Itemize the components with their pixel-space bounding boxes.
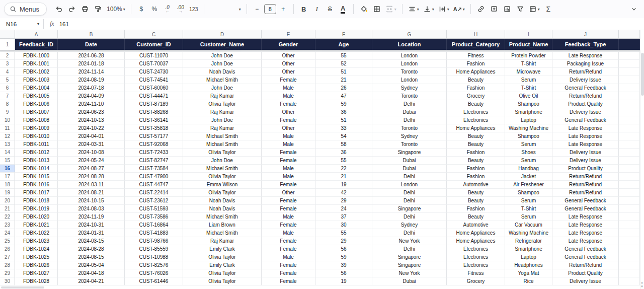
cell-F10[interactable]: 51 bbox=[315, 116, 372, 124]
cell-F6[interactable]: 26 bbox=[315, 84, 372, 92]
cell-H8[interactable]: Beauty bbox=[447, 100, 505, 108]
cell-A28[interactable]: FDBK-1026 bbox=[15, 261, 58, 269]
cell-A25[interactable]: FDBK-1023 bbox=[15, 237, 58, 245]
cell-F13[interactable]: 58 bbox=[315, 140, 372, 149]
cell-partial-6[interactable] bbox=[619, 84, 640, 92]
cell-D15[interactable]: John Doe bbox=[183, 157, 262, 165]
cell-A23[interactable]: FDBK-1021 bbox=[15, 221, 58, 229]
cell-H28[interactable]: Electronics bbox=[447, 261, 505, 269]
header-cell[interactable]: Customer_ID bbox=[125, 39, 183, 50]
cell-B8[interactable]: 2024-11-10 bbox=[58, 100, 125, 108]
cell-D27[interactable]: Olivia Taylor bbox=[183, 253, 262, 261]
cell-I13[interactable]: Serum bbox=[505, 140, 552, 149]
cell-J15[interactable]: Delivery Issue bbox=[552, 157, 619, 165]
print-button[interactable] bbox=[79, 3, 91, 15]
cell-I20[interactable]: Serum bbox=[505, 197, 552, 205]
insert-comment-button[interactable] bbox=[488, 3, 500, 15]
cell-G8[interactable]: Delhi bbox=[372, 100, 447, 108]
cell-partial-7[interactable] bbox=[619, 92, 640, 100]
scroll-down-icon[interactable]: ▼ bbox=[640, 285, 643, 288]
cell-I3[interactable]: T-Shirt bbox=[505, 60, 552, 68]
cell-J7[interactable]: Return/Refund bbox=[552, 92, 619, 100]
cell-A8[interactable]: FDBK-1006 bbox=[15, 100, 58, 108]
cell-partial-15[interactable] bbox=[619, 157, 640, 165]
cell-partial-9[interactable] bbox=[619, 108, 640, 116]
cell-G15[interactable]: Dubai bbox=[372, 157, 447, 165]
cell-C14[interactable]: CUST-72433 bbox=[125, 149, 183, 157]
cell-C26[interactable]: CUST-85559 bbox=[125, 245, 183, 253]
cell-J11[interactable]: Late Response bbox=[552, 124, 619, 132]
fill-color-button[interactable] bbox=[358, 3, 370, 15]
cell-A6[interactable]: FDBK-1004 bbox=[15, 84, 58, 92]
cell-partial-21[interactable] bbox=[619, 205, 640, 213]
cell-G28[interactable]: Singapore bbox=[372, 261, 447, 269]
cell-D26[interactable]: Emily Clark bbox=[183, 245, 262, 253]
column-header-c[interactable]: C bbox=[125, 30, 183, 38]
cell-E13[interactable]: Male bbox=[262, 140, 315, 149]
cell-G12[interactable]: Sydney bbox=[372, 132, 447, 140]
header-cell[interactable]: Feedback_ID bbox=[15, 39, 58, 50]
header-cell[interactable]: Product_Name bbox=[505, 39, 552, 50]
cell-F20[interactable]: 29 bbox=[315, 197, 372, 205]
cell-G4[interactable]: Toronto bbox=[372, 68, 447, 76]
cell-B19[interactable]: 2024-08-21 bbox=[58, 189, 125, 197]
cell-B10[interactable]: 2024-10-13 bbox=[58, 116, 125, 124]
cell-J12[interactable]: Late Response bbox=[552, 132, 619, 140]
cell-E5[interactable]: Female bbox=[262, 76, 315, 84]
cell-D19[interactable]: Olivia Taylor bbox=[183, 189, 262, 197]
cell-partial-19[interactable] bbox=[619, 189, 640, 197]
cell-B13[interactable]: 2024-03-31 bbox=[58, 140, 125, 149]
header-cell[interactable]: Feedback_Type bbox=[552, 39, 619, 50]
cell-I4[interactable]: Microwave bbox=[505, 68, 552, 76]
name-box[interactable]: N16 ▾ bbox=[0, 21, 43, 27]
column-header-e[interactable]: E bbox=[262, 30, 315, 38]
column-header-d[interactable]: D bbox=[183, 30, 262, 38]
row-header-22[interactable]: 22 bbox=[0, 213, 15, 221]
header-cell[interactable]: Age bbox=[315, 39, 372, 50]
cell-partial-20[interactable] bbox=[619, 197, 640, 205]
cell-D10[interactable]: John Doe bbox=[183, 116, 262, 124]
row-header-6[interactable]: 6 bbox=[0, 84, 15, 92]
hide-toolbar-button[interactable] bbox=[628, 3, 640, 15]
cell-A20[interactable]: FDBK-1018 bbox=[15, 197, 58, 205]
cell-D7[interactable]: Raj Kumar bbox=[183, 92, 262, 100]
cell-G9[interactable]: Dubai bbox=[372, 108, 447, 116]
cell-H26[interactable]: Electronics bbox=[447, 245, 505, 253]
text-color-button[interactable]: A bbox=[337, 3, 349, 15]
cell-F2[interactable]: 55 bbox=[315, 52, 372, 60]
cell-G5[interactable]: London bbox=[372, 76, 447, 84]
formula-input[interactable]: 161 bbox=[59, 21, 69, 27]
cell-A10[interactable]: FDBK-1008 bbox=[15, 116, 58, 124]
cell-F16[interactable]: 22 bbox=[315, 165, 372, 173]
cell-partial-26[interactable] bbox=[619, 245, 640, 253]
borders-button[interactable] bbox=[371, 3, 383, 15]
cell-H4[interactable]: Home Appliances bbox=[447, 68, 505, 76]
cell-D13[interactable]: Michael Smith bbox=[183, 140, 262, 149]
cell-B27[interactable]: 2024-08-15 bbox=[58, 253, 125, 261]
cell-C13[interactable]: CUST-92068 bbox=[125, 140, 183, 149]
cell-B11[interactable]: 2024-10-22 bbox=[58, 124, 125, 132]
cell-D12[interactable]: Michael Smith bbox=[183, 132, 262, 140]
cell-B12[interactable]: 2024-04-01 bbox=[58, 132, 125, 140]
table-views-button[interactable]: ▾ bbox=[527, 3, 541, 15]
cell-E8[interactable]: Female bbox=[262, 100, 315, 108]
row-header-10[interactable]: 10 bbox=[0, 116, 15, 124]
cell-D18[interactable]: Emma Wilson bbox=[183, 181, 262, 189]
row-header-27[interactable]: 27 bbox=[0, 253, 15, 261]
cell-E16[interactable]: Male bbox=[262, 165, 315, 173]
cell-partial-16[interactable] bbox=[619, 165, 640, 173]
font-size-input[interactable]: 8 bbox=[264, 4, 276, 14]
cell-G22[interactable]: Delhi bbox=[372, 213, 447, 221]
cell-partial-14[interactable] bbox=[619, 149, 640, 157]
cell-G30[interactable]: Dubai bbox=[372, 277, 447, 285]
cell-E12[interactable]: Male bbox=[262, 132, 315, 140]
cell-D20[interactable]: Noah Davis bbox=[183, 197, 262, 205]
cell-C19[interactable]: CUST-22414 bbox=[125, 189, 183, 197]
cell-D4[interactable]: Noah Davis bbox=[183, 68, 262, 76]
cell-F18[interactable]: 19 bbox=[315, 181, 372, 189]
cell-G6[interactable]: Sydney bbox=[372, 84, 447, 92]
cell-partial-8[interactable] bbox=[619, 100, 640, 108]
cell-E18[interactable]: Female bbox=[262, 181, 315, 189]
cell-C20[interactable]: CUST-23612 bbox=[125, 197, 183, 205]
undo-button[interactable] bbox=[53, 3, 65, 15]
